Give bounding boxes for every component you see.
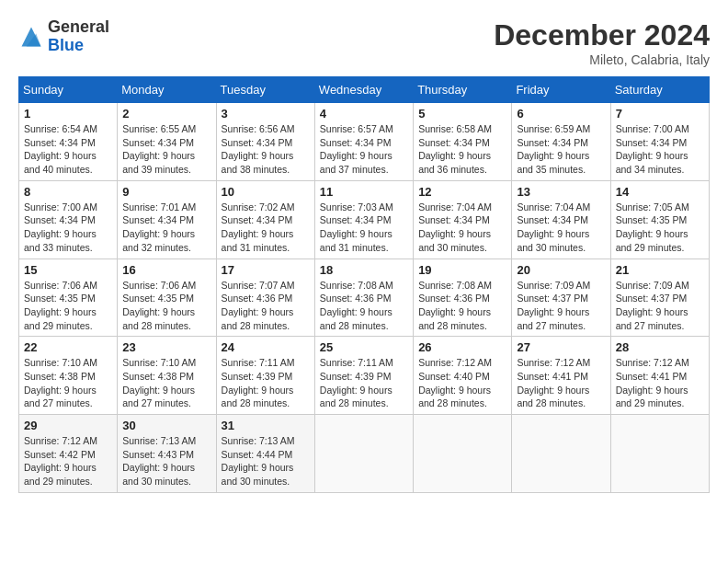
calendar-cell: 30 Sunrise: 7:13 AMSunset: 4:43 PMDaylig… [118,415,216,493]
day-number: 1 [24,107,112,121]
weekday-header-monday: Monday [118,77,216,103]
calendar-cell: 6 Sunrise: 6:59 AMSunset: 4:34 PMDayligh… [512,103,610,181]
weekday-header-saturday: Saturday [610,77,709,103]
day-info: Sunrise: 7:12 AMSunset: 4:41 PMDaylight:… [517,356,605,410]
calendar-cell: 9 Sunrise: 7:01 AMSunset: 4:34 PMDayligh… [118,180,216,259]
logo: General Blue [18,18,109,55]
calendar-cell: 26 Sunrise: 7:12 AMSunset: 4:40 PMDaylig… [414,337,512,415]
calendar-week-row: 22 Sunrise: 7:10 AMSunset: 4:38 PMDaylig… [19,337,710,415]
day-info: Sunrise: 7:04 AMSunset: 4:34 PMDaylight:… [517,201,605,255]
calendar-cell: 14 Sunrise: 7:05 AMSunset: 4:35 PMDaylig… [610,180,709,259]
calendar-week-row: 1 Sunrise: 6:54 AMSunset: 4:34 PMDayligh… [19,103,710,181]
day-info: Sunrise: 6:59 AMSunset: 4:34 PMDaylight:… [517,122,605,177]
day-info: Sunrise: 7:13 AMSunset: 4:44 PMDaylight:… [222,434,310,488]
logo-icon [18,24,44,50]
calendar-cell: 24 Sunrise: 7:11 AMSunset: 4:39 PMDaylig… [216,337,314,415]
calendar-cell: 8 Sunrise: 7:00 AMSunset: 4:34 PMDayligh… [19,180,118,259]
day-info: Sunrise: 7:11 AMSunset: 4:39 PMDaylight:… [222,356,310,410]
day-number: 4 [320,107,408,121]
day-info: Sunrise: 7:00 AMSunset: 4:34 PMDaylight:… [616,122,704,177]
day-info: Sunrise: 7:04 AMSunset: 4:34 PMDaylight:… [418,201,506,255]
day-info: Sunrise: 7:07 AMSunset: 4:36 PMDaylight:… [222,279,310,333]
day-number: 13 [517,185,605,199]
day-info: Sunrise: 6:54 AMSunset: 4:34 PMDaylight:… [24,122,112,177]
day-info: Sunrise: 6:57 AMSunset: 4:34 PMDaylight:… [320,122,408,177]
day-number: 7 [616,107,704,121]
calendar-cell: 7 Sunrise: 7:00 AMSunset: 4:34 PMDayligh… [610,103,709,181]
day-number: 3 [222,107,310,121]
logo-text: General Blue [48,18,109,55]
day-info: Sunrise: 7:12 AMSunset: 4:41 PMDaylight:… [616,356,704,410]
day-info: Sunrise: 7:09 AMSunset: 4:37 PMDaylight:… [616,279,704,333]
day-info: Sunrise: 7:05 AMSunset: 4:35 PMDaylight:… [616,201,704,255]
day-number: 12 [418,185,506,199]
calendar-cell: 22 Sunrise: 7:10 AMSunset: 4:38 PMDaylig… [19,337,118,415]
day-number: 22 [24,340,112,354]
weekday-header-thursday: Thursday [414,77,512,103]
calendar-cell: 20 Sunrise: 7:09 AMSunset: 4:37 PMDaylig… [512,259,610,337]
calendar-cell [314,415,413,493]
day-number: 9 [122,185,210,199]
day-info: Sunrise: 7:00 AMSunset: 4:34 PMDaylight:… [24,201,112,255]
day-info: Sunrise: 7:08 AMSunset: 4:36 PMDaylight:… [320,279,408,333]
calendar-cell: 19 Sunrise: 7:08 AMSunset: 4:36 PMDaylig… [414,259,512,337]
day-number: 30 [122,419,210,432]
day-number: 23 [122,340,210,354]
day-number: 5 [418,107,506,121]
day-info: Sunrise: 6:56 AMSunset: 4:34 PMDaylight:… [222,122,310,177]
day-info: Sunrise: 7:02 AMSunset: 4:34 PMDaylight:… [222,201,310,255]
day-info: Sunrise: 7:13 AMSunset: 4:43 PMDaylight:… [122,434,210,488]
day-info: Sunrise: 7:12 AMSunset: 4:42 PMDaylight:… [24,434,112,488]
day-info: Sunrise: 7:06 AMSunset: 4:35 PMDaylight:… [24,279,112,333]
day-number: 6 [517,107,605,121]
day-number: 17 [222,263,310,277]
calendar-cell: 25 Sunrise: 7:11 AMSunset: 4:39 PMDaylig… [314,337,413,415]
day-info: Sunrise: 7:03 AMSunset: 4:34 PMDaylight:… [320,201,408,255]
calendar-cell: 1 Sunrise: 6:54 AMSunset: 4:34 PMDayligh… [19,103,118,181]
day-number: 29 [24,419,112,432]
calendar-header-row: SundayMondayTuesdayWednesdayThursdayFrid… [19,77,710,103]
day-info: Sunrise: 7:01 AMSunset: 4:34 PMDaylight:… [122,201,210,255]
month-title: December 2024 [494,18,710,52]
location-subtitle: Mileto, Calabria, Italy [494,52,710,67]
day-info: Sunrise: 6:58 AMSunset: 4:34 PMDaylight:… [418,122,506,177]
day-info: Sunrise: 6:55 AMSunset: 4:34 PMDaylight:… [122,122,210,177]
calendar-cell: 18 Sunrise: 7:08 AMSunset: 4:36 PMDaylig… [314,259,413,337]
day-number: 15 [24,263,112,277]
day-number: 8 [24,185,112,199]
weekday-header-wednesday: Wednesday [314,77,413,103]
calendar-cell [610,415,709,493]
calendar-cell [414,415,512,493]
day-number: 2 [122,107,210,121]
day-info: Sunrise: 7:12 AMSunset: 4:40 PMDaylight:… [418,356,506,410]
calendar-cell: 23 Sunrise: 7:10 AMSunset: 4:38 PMDaylig… [118,337,216,415]
weekday-header-sunday: Sunday [19,77,118,103]
day-number: 19 [418,263,506,277]
day-info: Sunrise: 7:11 AMSunset: 4:39 PMDaylight:… [320,356,408,410]
day-number: 11 [320,185,408,199]
calendar-cell: 12 Sunrise: 7:04 AMSunset: 4:34 PMDaylig… [414,180,512,259]
day-number: 31 [222,419,310,432]
day-number: 26 [418,340,506,354]
day-number: 25 [320,340,408,354]
day-info: Sunrise: 7:08 AMSunset: 4:36 PMDaylight:… [418,279,506,333]
calendar-cell: 2 Sunrise: 6:55 AMSunset: 4:34 PMDayligh… [118,103,216,181]
calendar-cell: 21 Sunrise: 7:09 AMSunset: 4:37 PMDaylig… [610,259,709,337]
calendar-cell [512,415,610,493]
calendar-cell: 17 Sunrise: 7:07 AMSunset: 4:36 PMDaylig… [216,259,314,337]
day-info: Sunrise: 7:09 AMSunset: 4:37 PMDaylight:… [517,279,605,333]
calendar-cell: 15 Sunrise: 7:06 AMSunset: 4:35 PMDaylig… [19,259,118,337]
calendar-cell: 28 Sunrise: 7:12 AMSunset: 4:41 PMDaylig… [610,337,709,415]
day-info: Sunrise: 7:06 AMSunset: 4:35 PMDaylight:… [122,279,210,333]
calendar-cell: 29 Sunrise: 7:12 AMSunset: 4:42 PMDaylig… [19,415,118,493]
day-number: 14 [616,185,704,199]
day-number: 16 [122,263,210,277]
day-number: 10 [222,185,310,199]
calendar-cell: 3 Sunrise: 6:56 AMSunset: 4:34 PMDayligh… [216,103,314,181]
calendar-cell: 11 Sunrise: 7:03 AMSunset: 4:34 PMDaylig… [314,180,413,259]
day-info: Sunrise: 7:10 AMSunset: 4:38 PMDaylight:… [122,356,210,410]
calendar-cell: 31 Sunrise: 7:13 AMSunset: 4:44 PMDaylig… [216,415,314,493]
page-header: General Blue December 2024 Mileto, Calab… [18,18,710,67]
day-number: 21 [616,263,704,277]
day-number: 27 [517,340,605,354]
